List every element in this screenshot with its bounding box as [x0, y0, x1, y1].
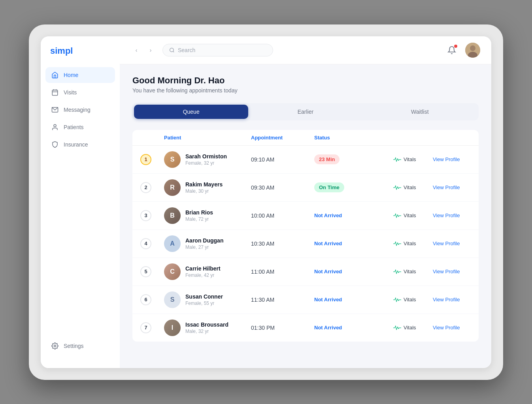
status-cell: Not Arrived [314, 212, 393, 218]
patient-info: CCarrie HilbertFemale, 42 yr [164, 263, 251, 280]
search-bar[interactable]: Search [162, 44, 273, 56]
status-badge: Not Arrived [314, 297, 342, 303]
appointment-time: 11:30 AM [251, 297, 314, 303]
tab-queue[interactable]: Queue [134, 105, 248, 119]
appointment-time: 10:30 AM [251, 241, 314, 247]
sidebar-bottom: Settings [41, 333, 120, 359]
sidebar-item-visits[interactable]: Visits [45, 85, 115, 100]
table-header: Patient Appointment Status [132, 130, 479, 146]
vitals-label: Vitals [404, 184, 416, 190]
svg-point-10 [470, 45, 475, 51]
patient-avatar: R [164, 179, 181, 196]
appointment-time: 11:00 AM [251, 269, 314, 275]
nav-forward-button[interactable]: › [145, 45, 156, 56]
col-actions-header [433, 135, 472, 141]
vitals-cell[interactable]: Vitals [393, 212, 433, 219]
notification-dot [454, 45, 457, 48]
vitals-label: Vitals [404, 156, 416, 162]
patient-avatar: A [164, 235, 181, 252]
user-avatar-button[interactable] [465, 43, 480, 58]
row-number: 4 [140, 238, 164, 249]
svg-point-5 [54, 124, 56, 127]
nav-arrows: ‹ › [131, 45, 156, 56]
view-profile-link[interactable]: View Profile [433, 156, 472, 162]
status-badge: On Time [314, 182, 344, 192]
row-number: 3 [140, 210, 164, 221]
vitals-label: Vitals [404, 325, 416, 331]
patient-name: Susan Conner [185, 293, 223, 300]
vitals-cell[interactable]: Vitals [393, 241, 433, 247]
patient-name: Carrie Hilbert [185, 265, 221, 272]
patient-table: Patient Appointment Status 1SSarah Ormis… [132, 130, 479, 342]
table-row: 7IIssac BroussardMale, 32 yr01:30 PMNot … [132, 314, 479, 342]
app-window: simpl Home Visits [41, 36, 491, 368]
home-icon [51, 71, 59, 79]
vitals-cell[interactable]: Vitals [393, 184, 433, 191]
col-appointment: Appointment [251, 135, 314, 141]
vitals-cell[interactable]: Vitals [393, 297, 433, 303]
patient-name: Sarah Ormiston [185, 153, 227, 160]
table-row: 4AAaron DugganMale, 27 yr10:30 AMNot Arr… [132, 230, 479, 258]
status-cell: On Time [314, 182, 393, 192]
appointment-time: 09:10 AM [251, 156, 314, 163]
col-vitals-header [393, 135, 433, 141]
vitals-cell[interactable]: Vitals [393, 325, 433, 331]
col-status: Status [314, 135, 393, 141]
device-frame: simpl Home Visits [29, 24, 503, 380]
patient-name: Aaron Duggan [185, 237, 223, 244]
row-number: 1 [140, 154, 164, 165]
status-cell: Not Arrived [314, 325, 393, 331]
status-badge: 23 Min [314, 154, 340, 164]
status-badge: Not Arrived [314, 325, 342, 331]
table-body: 1SSarah OrmistonFemale, 32 yr09:10 AM23 … [132, 146, 479, 342]
search-placeholder: Search [178, 47, 195, 53]
page-body: Good Morning Dr. Hao You have the follow… [120, 64, 491, 368]
notifications-button[interactable] [445, 43, 459, 57]
sidebar-item-home[interactable]: Home [45, 67, 115, 83]
vitals-label: Vitals [404, 241, 416, 246]
patient-info: SSusan ConnerFemale, 55 yr [164, 291, 251, 308]
row-number: 6 [140, 294, 164, 305]
search-icon [169, 47, 175, 53]
vitals-label: Vitals [404, 269, 416, 274]
vitals-cell[interactable]: Vitals [393, 156, 433, 163]
sidebar-item-label: Home [64, 72, 78, 78]
sidebar-item-patients[interactable]: Patients [45, 119, 115, 135]
tab-earlier[interactable]: Earlier [248, 105, 362, 119]
settings-icon [51, 342, 59, 350]
patient-avatar: S [164, 151, 181, 168]
patient-meta: Female, 55 yr [185, 301, 223, 306]
view-profile-link[interactable]: View Profile [433, 297, 472, 303]
patient-meta: Male, 30 yr [185, 188, 223, 194]
nav-back-button[interactable]: ‹ [131, 45, 142, 56]
view-profile-link[interactable]: View Profile [433, 241, 472, 246]
table-row: 6SSusan ConnerFemale, 55 yr11:30 AMNot A… [132, 286, 479, 314]
row-number: 7 [140, 322, 164, 333]
shield-icon [51, 141, 59, 148]
topbar: ‹ › Search [120, 36, 491, 64]
view-profile-link[interactable]: View Profile [433, 269, 472, 274]
vitals-cell[interactable]: Vitals [393, 269, 433, 275]
greeting-title: Good Morning Dr. Hao [132, 75, 479, 86]
status-badge: Not Arrived [314, 241, 342, 246]
greeting-subtitle: You have the following appointments toda… [132, 87, 479, 94]
number-badge: 6 [140, 294, 151, 305]
svg-point-7 [170, 48, 174, 51]
view-profile-link[interactable]: View Profile [433, 184, 472, 190]
table-row: 3BBrian RiosMale, 72 yr10:00 AMNot Arriv… [132, 202, 479, 230]
sidebar-item-messaging[interactable]: Messaging [45, 102, 115, 118]
tab-waitlist[interactable]: Waitlist [363, 105, 477, 119]
view-profile-link[interactable]: View Profile [433, 325, 472, 331]
col-patient: Patient [164, 135, 251, 141]
sidebar-item-insurance[interactable]: Insurance [45, 137, 115, 152]
view-profile-link[interactable]: View Profile [433, 212, 472, 218]
vitals-label: Vitals [404, 212, 416, 218]
patient-name: Issac Broussard [185, 321, 228, 328]
sidebar-item-settings[interactable]: Settings [45, 338, 115, 354]
status-cell: Not Arrived [314, 297, 393, 303]
patient-meta: Female, 32 yr [185, 160, 227, 166]
message-icon [51, 106, 59, 114]
vitals-icon [393, 325, 401, 331]
tabs-bar: Queue Earlier Waitlist [132, 103, 479, 120]
sidebar-item-label: Patients [64, 124, 84, 130]
